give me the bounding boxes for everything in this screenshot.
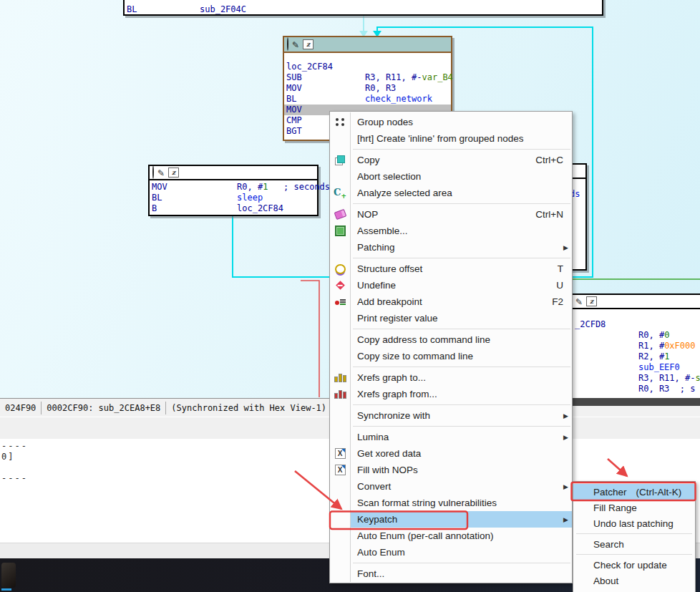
menu-item-label: Font... [350, 568, 384, 579]
submenu-arrow-icon: ▶ [563, 244, 568, 251]
code-line: R3, R11, #-s [573, 373, 700, 384]
menu-item-shortcut: F2 [552, 296, 572, 307]
menu-item-xrefs-graph-from[interactable]: Xrefs graph from... [330, 386, 572, 402]
menu-separator [353, 203, 570, 204]
xrefs-from-icon [330, 386, 350, 402]
menu-item-label: Lumina [350, 432, 389, 442]
menu-item-copy-address-to-command-line[interactable]: Copy address to command line [330, 331, 572, 348]
node-call-sub2f04c[interactable]: BLsub_2F04C [123, 0, 603, 16]
node-header[interactable]: ✎z [284, 37, 451, 53]
frame-icon-icon[interactable]: z [586, 296, 597, 306]
menu-icon-spacer [330, 239, 350, 256]
menu-item-group-nodes[interactable]: Group nodes [330, 114, 572, 130]
menu-icon-spacer [330, 348, 350, 364]
frame-icon-icon[interactable]: z [303, 39, 313, 49]
menu-icon-spacer [330, 429, 350, 445]
menu-item-label: Patcher [593, 487, 627, 498]
menu-separator [576, 554, 692, 555]
menu-item-fill-range[interactable]: Fill Range [573, 500, 695, 515]
menu-item-shortcut: Ctrl+N [535, 209, 572, 220]
menu-item-label: Copy [350, 155, 380, 165]
menu-item-auto-enum-per-call-annotation[interactable]: Auto Enum (per-call annotation) [330, 528, 572, 544]
menu-item-assemble[interactable]: Assemble... [330, 223, 572, 239]
menu-item-label: Undefine [350, 280, 396, 291]
menu-item-xrefs-graph-to[interactable]: Xrefs graph to... [330, 369, 572, 386]
menu-separator [576, 533, 692, 534]
edit-pencil-icon[interactable]: ✎ [292, 38, 299, 51]
menu-item-label: Copy size to command line [350, 351, 473, 361]
code-line: sub_EEF0 [573, 362, 700, 373]
menu-separator [353, 563, 570, 563]
submenu-arrow-icon: ▶ [563, 412, 568, 419]
menu-item-label: Fill Range [593, 503, 637, 513]
menu-item-undo-last-patching[interactable]: Undo last patching [573, 515, 695, 531]
menu-icon-spacer [330, 495, 350, 511]
menu-item-about[interactable]: About [573, 573, 695, 588]
undefine-icon [330, 277, 350, 293]
keypatch-submenu: Patcher(Ctrl-Alt-K)Fill RangeUndo last p… [573, 481, 696, 592]
nops-icon: X [330, 462, 350, 478]
code-line: R2, #1 [573, 351, 700, 362]
menu-item-get-xored-data[interactable]: XGet xored data [330, 445, 572, 462]
node-loc-2cfd8[interactable]: ✎z _2CFD8R0, #0R1, #0xF000R2, #1sub_EEF0… [571, 293, 700, 401]
menu-item-synchronize-with[interactable]: Synchronize with▶ [330, 407, 572, 424]
menu-item-abort-selection[interactable]: Abort selection [330, 168, 572, 185]
menu-item-copy[interactable]: CopyCtrl+C [330, 152, 572, 168]
menu-item-convert[interactable]: Convert▶ [330, 478, 572, 495]
menu-item-label: Patching [350, 242, 395, 253]
xored-icon: X [330, 445, 350, 462]
menu-item-analyze-selected-area[interactable]: C+Analyze selected area [330, 185, 572, 201]
menu-icon-spacer [330, 310, 350, 326]
menu-item-undefine[interactable]: UndefineU [330, 277, 572, 293]
menu-item-label: Keypatch [350, 514, 397, 525]
code-label: loc_2CF84 [284, 62, 451, 72]
menu-item-nop[interactable]: NOPCtrl+N [330, 206, 572, 223]
menu-item-label: Synchronize with [350, 410, 430, 421]
menu-item-shortcut: U [556, 280, 572, 291]
submenu-arrow-icon: ▶ [563, 516, 568, 523]
menu-item-check-for-update[interactable]: Check for update [573, 557, 695, 573]
node-header[interactable]: ✎z [150, 166, 317, 180]
node-header[interactable]: ✎z [573, 295, 700, 309]
code-line: R1, #0xF000 [573, 341, 700, 351]
color-wheel-icon[interactable] [152, 166, 154, 179]
menu-item-label: Undo last patching [593, 518, 674, 529]
menu-icon-spacer [330, 566, 350, 582]
menu-icon-spacer [330, 478, 350, 495]
menu-item-patcher[interactable]: Patcher(Ctrl-Alt-K) [573, 484, 695, 500]
menu-item-add-breakpoint[interactable]: Add breakpointF2 [330, 293, 572, 310]
menu-item-label: Assemble... [350, 225, 408, 236]
menu-item-patching[interactable]: Patching▶ [330, 239, 572, 256]
menu-item-font[interactable]: Font... [330, 566, 572, 582]
menu-item-label: Xrefs graph from... [350, 389, 437, 399]
menu-icon-spacer [330, 528, 350, 544]
menu-separator [353, 426, 570, 427]
menu-icon-spacer [330, 168, 350, 185]
submenu-arrow-icon: ▶ [563, 434, 568, 441]
menu-icon-spacer [330, 130, 350, 147]
code-line: R0, #0 [573, 330, 700, 341]
menu-item-search[interactable]: Search [573, 536, 695, 552]
menu-item-print-register-value[interactable]: Print register value [330, 310, 572, 326]
menu-item-label: Check for update [593, 560, 667, 571]
menu-item-lumina[interactable]: Lumina▶ [330, 429, 572, 445]
menu-separator [353, 329, 570, 329]
menu-item-label: Print register value [350, 313, 438, 324]
code-line: Bloc_2CF84 [150, 203, 317, 214]
edit-pencil-icon[interactable]: ✎ [575, 295, 583, 308]
menu-item-keypatch[interactable]: Keypatch▶ [330, 511, 572, 528]
menu-item-scan-format-string-vulnerabilities[interactable]: Scan format string vulnerabilities [330, 495, 572, 511]
menu-item-auto-enum[interactable]: Auto Enum [330, 544, 572, 561]
menu-item-hrt-create-inline-from-grouped-nodes[interactable]: [hrt] Create 'inline' from grouped nodes [330, 130, 572, 147]
frame-icon-icon[interactable]: z [168, 168, 179, 178]
node-sleep-loop[interactable]: ✎z MOVR0, #1 ; secondsBLsleepBloc_2CF84 [148, 165, 319, 216]
menu-item-structure-offset[interactable]: Structure offsetT [330, 261, 572, 277]
menu-item-label: Abort selection [350, 171, 421, 182]
menu-item-copy-size-to-command-line[interactable]: Copy size to command line [330, 348, 572, 364]
menu-icon-spacer [330, 544, 350, 561]
menu-item-fill-with-nops[interactable]: XFill with NOPs [330, 462, 572, 478]
color-wheel-icon[interactable] [287, 38, 288, 51]
edit-pencil-icon[interactable]: ✎ [157, 166, 165, 179]
taskbar-app-icon[interactable] [1, 563, 16, 588]
menu-icon-spacer [330, 511, 350, 528]
